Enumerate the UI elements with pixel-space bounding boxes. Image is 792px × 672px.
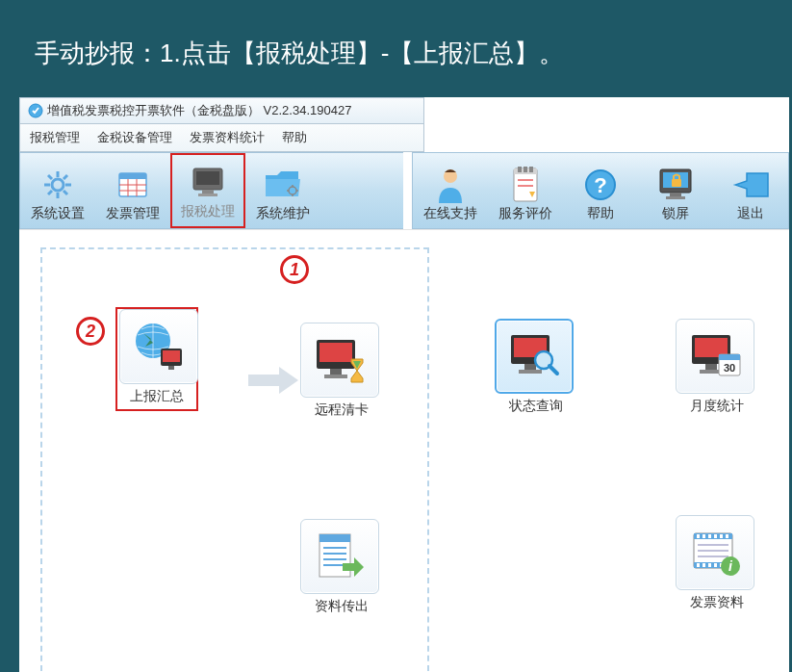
svg-rect-74 [714,534,717,538]
tile-status-query[interactable]: 状态查询 [495,319,577,415]
clipboard-icon [510,165,541,205]
svg-line-6 [48,175,52,179]
svg-rect-63 [705,364,717,370]
toolbar-label: 系统维护 [256,205,310,222]
instruction-text: 手动抄报：1.点击【报税处理】-【上报汇总】。 [0,0,792,97]
menu-bar: 报税管理 金税设备管理 发票资料统计 帮助 [19,124,424,152]
svg-rect-28 [518,167,522,172]
toolbar-label: 服务评价 [498,205,552,222]
svg-point-1 [52,179,64,191]
watermark-author: @橙子不橙 [693,638,765,657]
monitor-calendar-icon: 30 [688,331,742,381]
svg-rect-38 [670,193,681,196]
tile-data-export[interactable]: 资料传出 [300,519,383,615]
toolbar-lock-screen[interactable]: 锁屏 [638,153,713,228]
toolbar-label: 系统设置 [31,205,85,222]
svg-rect-73 [708,534,711,538]
toolbar-label: 报税处理 [181,203,235,220]
menu-tax-mgmt[interactable]: 报税管理 [30,129,80,146]
svg-line-60 [549,366,557,374]
back-arrow-icon [731,165,770,205]
toolbar-label: 退出 [737,205,764,222]
tile-label: 资料传出 [300,598,383,615]
help-icon: ? [583,165,618,205]
toolbar-service-rating[interactable]: 服务评价 [488,153,563,228]
menu-help[interactable]: 帮助 [282,129,307,146]
svg-line-7 [64,191,67,194]
toolbar-label: 在线支持 [423,205,477,222]
tile-label: 状态查询 [495,398,577,415]
arrow-right-icon [244,355,302,411]
title-bar: 增值税发票税控开票软件（金税盘版） V2.2.34.190427 [19,97,424,124]
svg-rect-71 [697,534,700,538]
document-export-icon [314,530,366,582]
toolbar-left: 系统设置 发票管理 报税处理 系统维护 [19,152,403,229]
toolbar-label: 帮助 [587,205,614,222]
zhihu-logo-icon: 知乎 [660,639,687,657]
toolbar-invoice-mgmt[interactable]: 发票管理 [95,153,170,228]
annotation-marker-1: 1 [280,255,309,284]
svg-rect-75 [720,534,723,538]
folder-gear-icon [264,165,302,205]
app-title: 增值税发票税控开票软件（金税盘版） V2.2.34.190427 [47,102,351,119]
tile-label: 月度统计 [676,398,758,415]
toolbar-right: 在线支持 服务评价 ? 帮助 锁屏 [412,152,789,229]
svg-rect-66 [719,354,740,360]
svg-rect-39 [666,196,685,199]
app-icon [28,103,43,118]
monitor-search-icon [507,331,561,381]
svg-rect-76 [726,534,728,538]
tile-invoice-data[interactable]: i 发票资料 [676,515,758,611]
svg-rect-11 [119,173,146,179]
svg-rect-30 [529,167,533,172]
svg-rect-72 [703,534,705,538]
svg-rect-43 [163,350,180,362]
svg-line-8 [64,175,67,179]
tile-remote-clear[interactable]: 远程清卡 [300,323,383,419]
menu-device-mgmt[interactable]: 金税设备管理 [97,129,172,146]
monitor-icon [189,163,227,203]
svg-rect-77 [697,563,700,567]
content-area: 1 2 上报汇总 [19,229,789,672]
watermark: 知乎 @橙子不橙 [660,638,765,657]
svg-line-9 [48,191,52,194]
tile-label: 发票资料 [676,594,758,611]
toolbar-label: 锁屏 [662,205,689,222]
gear-icon [40,165,75,205]
tile-label: 远程清卡 [300,401,383,419]
svg-rect-78 [703,563,705,567]
svg-rect-80 [714,563,717,567]
toolbar-exit[interactable]: 退出 [713,153,788,228]
app-window: 增值税发票税控开票软件（金税盘版） V2.2.34.190427 报税管理 金税… [19,97,789,672]
svg-rect-29 [524,167,527,172]
spreadsheet-icon [115,165,150,205]
toolbar: 系统设置 发票管理 报税处理 系统维护 [19,152,789,229]
svg-rect-19 [198,194,217,196]
annotation-marker-2: 2 [76,317,105,346]
toolbar-label: 发票管理 [106,205,160,222]
svg-rect-40 [672,179,681,187]
monitor-hourglass-icon [313,336,367,384]
lock-screen-icon [656,165,695,205]
toolbar-online-support[interactable]: 在线支持 [413,153,488,228]
svg-text:?: ? [594,173,606,197]
svg-rect-50 [319,534,350,542]
toolbar-system-settings[interactable]: 系统设置 [20,153,95,228]
tax-processing-group: 1 2 上报汇总 [40,247,429,672]
svg-rect-79 [708,563,711,567]
toolbar-help[interactable]: ? 帮助 [563,153,638,228]
user-icon [435,165,466,205]
tile-report-summary[interactable]: 上报汇总 [115,307,198,411]
tile-label: 上报汇总 [119,388,194,405]
svg-rect-18 [202,190,214,194]
tile-monthly-stats[interactable]: 30 月度统计 [676,319,758,415]
toolbar-system-maintenance[interactable]: 系统维护 [245,153,320,228]
svg-rect-47 [330,369,342,375]
svg-rect-48 [324,375,347,378]
toolbar-tax-processing[interactable]: 报税处理 [170,153,245,228]
globe-screen-icon [132,322,186,372]
svg-rect-46 [319,343,352,362]
svg-rect-57 [524,364,536,370]
menu-invoice-stats[interactable]: 发票资料统计 [190,129,265,146]
svg-rect-17 [196,171,219,185]
